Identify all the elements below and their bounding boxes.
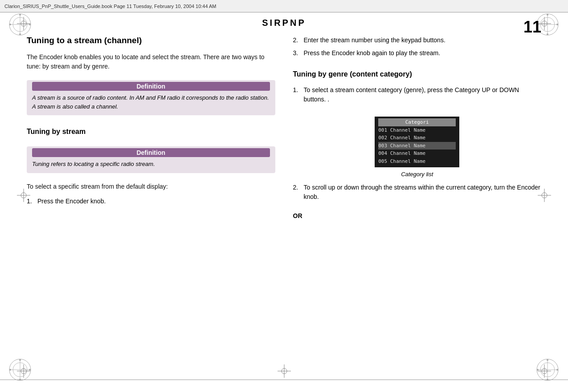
- corner-mr: [538, 189, 551, 204]
- step-text-1: Press the Encoder knob.: [37, 197, 106, 206]
- or-text: OR: [293, 212, 542, 219]
- right-step-3: 3. Press the Encoder knob again to play …: [293, 48, 542, 58]
- definition-text-2: Tuning refers to locating a specific rad…: [32, 160, 270, 169]
- svg-point-34: [9, 369, 11, 371]
- select-stream-text: To select a specific stream from the def…: [27, 182, 275, 191]
- definition-text-1: A stream is a source of radio content. I…: [32, 93, 270, 111]
- right-column: 2. Enter the stream number using the key…: [293, 36, 542, 365]
- svg-point-10: [19, 14, 21, 16]
- genre-step-num-2: 2.: [293, 183, 300, 202]
- cat-row-4: 004 Channel Name: [378, 150, 456, 158]
- category-header: Categori: [378, 118, 456, 126]
- cat-row-2: 002 Channel Name: [378, 134, 456, 142]
- genre-steps-list: 1. To select a stream content category (…: [293, 85, 542, 108]
- intro-text: The Encoder knob enables you to locate a…: [27, 53, 275, 71]
- top-bar: Clarion_SIRIUS_PnP_Shuttle_Users_Guide.b…: [0, 0, 568, 12]
- left-step-1: 1. Press the Encoder knob.: [27, 197, 275, 206]
- genre-step-1: 1. To select a stream content category (…: [293, 85, 542, 104]
- svg-point-13: [29, 24, 31, 25]
- category-image: Categori 001 Channel Name 002 Channel Na…: [375, 117, 459, 167]
- svg-point-32: [19, 359, 21, 361]
- left-steps-list: 1. Press the Encoder knob.: [27, 197, 275, 210]
- svg-point-42: [537, 369, 539, 371]
- genre-step-num-1: 1.: [293, 85, 300, 104]
- svg-point-18: [547, 14, 548, 16]
- genre-step-2: 2. To scroll up or down through the stre…: [293, 183, 542, 202]
- svg-point-19: [547, 33, 548, 35]
- svg-point-21: [556, 24, 558, 25]
- step-num-2: 2.: [293, 36, 300, 45]
- top-bar-text: Clarion_SIRIUS_PnP_Shuttle_Users_Guide.b…: [4, 4, 217, 9]
- svg-point-11: [19, 33, 21, 35]
- definition-box-1: Definition A stream is a source of radio…: [27, 80, 275, 115]
- deco-circle-tl: [8, 12, 33, 39]
- tuning-by-genre-heading: Tuning by genre (content category): [293, 70, 542, 78]
- step-text-3: Press the Encoder knob again to play the…: [304, 48, 441, 58]
- corner-bc: [278, 364, 291, 380]
- definition-label-2: Definition: [32, 148, 270, 157]
- svg-point-43: [556, 369, 558, 371]
- page-number: 11: [523, 18, 541, 36]
- right-steps-list-1: 2. Enter the stream number using the key…: [293, 36, 542, 61]
- definition-box-2: Definition Tuning refers to locating a s…: [27, 146, 275, 173]
- step-num-3: 3.: [293, 48, 300, 58]
- bottom-bar: [0, 380, 568, 392]
- svg-point-35: [29, 369, 31, 371]
- genre-steps-list-2: 2. To scroll up or down through the stre…: [293, 183, 542, 205]
- svg-point-12: [9, 24, 11, 25]
- svg-point-40: [547, 359, 548, 361]
- category-caption: Category list: [293, 171, 542, 178]
- cat-row-3: 003 Channel Name: [378, 142, 456, 150]
- brand-logo: SIRPNP: [262, 18, 306, 28]
- category-image-container: Categori 001 Channel Name 002 Channel Na…: [293, 113, 542, 178]
- genre-step-text-2: To scroll up or down through the streams…: [304, 183, 542, 202]
- main-heading: Tuning to a stream (channel): [27, 36, 275, 45]
- left-column: Tuning to a stream (channel) The Encoder…: [27, 36, 275, 365]
- right-step-2: 2. Enter the stream number using the key…: [293, 36, 542, 45]
- cat-row-5: 005 Channel Name: [378, 158, 456, 166]
- tuning-by-stream-heading: Tuning by stream: [27, 128, 275, 136]
- main-content: Tuning to a stream (channel) The Encoder…: [27, 36, 541, 365]
- definition-label-1: Definition: [32, 82, 270, 91]
- step-text-2: Enter the stream number using the keypad…: [304, 36, 445, 45]
- corner-ml: [17, 189, 30, 204]
- cat-row-1: 001 Channel Name: [378, 126, 456, 134]
- genre-step-text-1: To select a stream content category (gen…: [304, 85, 542, 104]
